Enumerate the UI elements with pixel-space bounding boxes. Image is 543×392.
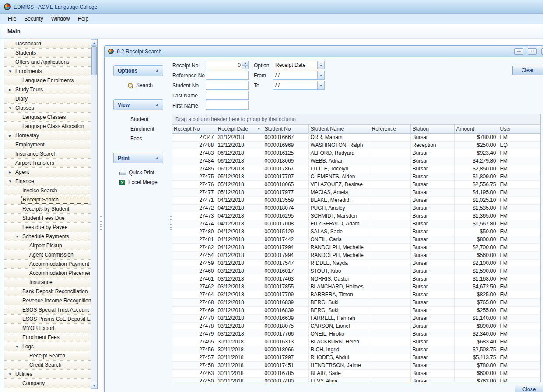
table-row[interactable]: 2748506/12/20180000017867LITTLE, Jocelyn…	[172, 165, 540, 173]
table-row[interactable]: 2746803/12/20180000016839BERG, SukiBursa…	[172, 298, 540, 306]
view-group-header[interactable]: View ▲	[113, 99, 163, 110]
sidebar-item-esos-special-trust-account[interactable]: ESOS Special Trust Account	[4, 305, 91, 315]
sidebar-item-classes[interactable]: ▼Classes	[4, 104, 91, 113]
spin-down-icon[interactable]: ▼	[242, 65, 248, 69]
menu-file[interactable]: File	[4, 14, 20, 24]
table-row[interactable]: 2746203/12/20180000017855BLANCHARD, Holm…	[172, 283, 540, 291]
table-row[interactable]: 2746330/11/20180000016785BLAIR, SadeBurs…	[172, 369, 540, 377]
scroll-down-icon[interactable]: ▼	[91, 382, 97, 389]
scroll-up-icon[interactable]: ▲	[91, 39, 97, 46]
table-row[interactable]: 2747104/12/20180000013559BLAKE, Meredith…	[172, 196, 540, 204]
sidebar-item-offers-and-applications[interactable]: Offers and Applications	[4, 58, 91, 67]
sidebar-item-language-enrolments[interactable]: Language Enrolments	[4, 76, 91, 85]
sidebar-item-language-class-allocation[interactable]: Language Class Allocation	[4, 122, 91, 131]
sidebar-item-schedule-payments[interactable]: ▼Schedule Payments	[4, 232, 91, 241]
menu-help[interactable]: Help	[74, 14, 92, 24]
chevron-down-icon[interactable]: ▼	[317, 61, 324, 69]
sidebar-item-students[interactable]: Students	[4, 49, 91, 58]
col-header-user[interactable]: User	[498, 125, 540, 133]
sidebar-item-receipt-search[interactable]: Receipt Search	[4, 351, 91, 361]
table-row[interactable]: 2747304/12/20180000016295SCHMIDT, Marsde…	[172, 212, 540, 220]
spinner-buttons[interactable]: ▲▼	[242, 61, 248, 69]
tab-main[interactable]: Main	[7, 28, 21, 35]
student-no-field[interactable]	[206, 81, 249, 90]
table-row[interactable]: 2746003/12/20180000016017STOUT, KiboBurs…	[172, 267, 540, 275]
table-row[interactable]: 2747404/12/20180000017008FITZGERALD, Ada…	[172, 220, 540, 228]
sidebar-item-agent-commission[interactable]: Agent Commission	[4, 250, 91, 260]
sidebar-item-company[interactable]: Company	[4, 379, 91, 388]
close-button[interactable]: Close	[515, 385, 543, 392]
excel-merge-button[interactable]: Excel Merge	[112, 178, 168, 187]
receipt-no-input[interactable]: ▲▼	[206, 61, 249, 69]
print-group-header[interactable]: Print ▲	[113, 153, 163, 163]
table-row[interactable]: 2747903/12/20180000017766ONEIL, HirokoBu…	[172, 330, 540, 338]
sidebar-splitter[interactable]	[98, 39, 104, 392]
view-enrolment-link[interactable]: Enrolment	[112, 125, 168, 133]
table-row[interactable]: 2748306/12/20180000016125ALFORD, Rudyard…	[172, 149, 540, 157]
sidebar-item-study-tours[interactable]: ▶Study Tours	[4, 85, 91, 94]
table-row[interactable]: 2746903/12/20180000016839BERG, SukiBursa…	[172, 306, 540, 314]
to-date-picker[interactable]: / / ▼	[273, 81, 325, 90]
col-header-amount[interactable]: Amount	[454, 125, 498, 133]
sidebar-item-invoice-search[interactable]: Invoice Search	[4, 186, 91, 195]
sidebar-item-receipt-search[interactable]: Receipt Search	[4, 195, 91, 205]
table-row[interactable]: 2745630/11/20180000018066RICH, IngridBur…	[172, 346, 540, 354]
table-row[interactable]: 2745903/12/20180000017547RIDDLE, NaydaBu…	[172, 259, 540, 267]
from-date-picker[interactable]: / / ▼	[273, 71, 325, 80]
table-row[interactable]: 2747505/12/20180000017707CLEMENTS, Alden…	[172, 173, 540, 180]
table-row[interactable]: 2747705/12/20180000017977MACIAS, AmelaBu…	[172, 188, 540, 196]
col-header-student-name[interactable]: Student Name	[308, 125, 370, 133]
view-student-link[interactable]: Student	[112, 115, 168, 124]
maximize-button[interactable]: □	[528, 48, 537, 55]
chevron-down-icon[interactable]: ▼	[14, 235, 20, 239]
sidebar-item-enrolment-fees[interactable]: Enrolment Fees	[4, 333, 91, 342]
option-combo[interactable]: Receipt Date ▼	[273, 61, 325, 69]
table-row[interactable]: 2747003/12/20180000016639FARRELL, Hannah…	[172, 314, 540, 322]
options-group-header[interactable]: Options ▲	[113, 65, 163, 76]
table-row[interactable]: 2745403/12/20180000017994RANDOLPH, Meche…	[172, 251, 540, 259]
sidebar-item-fees-due-by-payee[interactable]: Fees due by Payee	[4, 223, 91, 232]
sidebar-item-dashboard[interactable]: Dashboard	[4, 39, 91, 49]
last-name-field[interactable]	[206, 91, 249, 100]
spin-up-icon[interactable]: ▲	[242, 61, 248, 65]
sidebar-item-diary[interactable]: Diary	[4, 94, 91, 104]
sidebar-item-bank-deposit-reconciliation[interactable]: Bank Deposit Reconciliation	[4, 287, 91, 296]
sidebar-item-accommodation-placement[interactable]: Accommodation Placement	[4, 269, 91, 278]
filter-dropdown-icon[interactable]: ▼	[257, 127, 261, 131]
sidebar-item-credit-search[interactable]: Credit Search	[4, 361, 91, 370]
chevron-down-icon[interactable]: ▼	[14, 345, 20, 349]
sidebar-item-enrolments[interactable]: ▼Enrolments	[4, 67, 91, 76]
sidebar-item-homestay[interactable]: ▶Homestay	[4, 131, 91, 140]
sidebar-item-student-fees-due[interactable]: Student Fees Due	[4, 214, 91, 223]
sidebar-item-language-classes[interactable]: Language Classes	[4, 113, 91, 122]
table-row[interactable]: 2734731/12/20180000016667ORR, MariamBurs…	[172, 133, 540, 141]
chevron-down-icon[interactable]: ▼	[317, 81, 324, 89]
group-by-bar[interactable]: Drag a column header here to group by th…	[172, 114, 540, 125]
sidebar-scrollbar[interactable]: ▲ ▼	[91, 39, 97, 389]
sidebar-item-utilities[interactable]: ▼Utilities	[4, 370, 91, 379]
sidebar-item-esos-prisms-coe-deposit-expor[interactable]: ESOS Prisms CoE Deposit Expor	[4, 315, 91, 324]
sidebar-item-finance[interactable]: ▼Finance	[4, 177, 91, 186]
clear-button[interactable]: Clear	[512, 66, 543, 75]
chevron-right-icon[interactable]: ▶	[7, 88, 13, 92]
sidebar-item-accommodation-payment[interactable]: Accommodation Payment	[4, 260, 91, 269]
chevron-down-icon[interactable]: ▼	[7, 372, 13, 376]
col-header-receipt-date[interactable]: ▼Receipt Date	[216, 125, 263, 133]
table-row[interactable]: 2748812/12/20180000016969WASHINGTON, Ral…	[172, 141, 540, 149]
scrollbar-thumb[interactable]	[91, 46, 97, 75]
quick-print-button[interactable]: Quick Print	[112, 168, 168, 177]
col-header-receipt-no[interactable]: Receipt No	[172, 125, 216, 133]
sidebar-item-employment[interactable]: Employment	[4, 140, 91, 149]
table-row[interactable]: 2746103/12/20180000017463NORRIS, CastorB…	[172, 275, 540, 283]
chevron-down-icon[interactable]: ▼	[7, 69, 13, 73]
window-title-bar[interactable]: 9.2 Receipt Search — □	[105, 46, 543, 57]
table-row[interactable]: 2748204/12/20180000017994RANDOLPH, Meche…	[172, 243, 540, 251]
col-header-station[interactable]: Station	[410, 125, 454, 133]
col-header-student-no[interactable]: Student No	[263, 125, 308, 133]
reference-no-field[interactable]	[206, 71, 249, 80]
receipt-no-field[interactable]	[206, 61, 242, 69]
col-header-reference[interactable]: Reference	[370, 125, 410, 133]
table-row[interactable]: 2747204/12/20180000018074PUGH, AinsleyBu…	[172, 204, 540, 212]
view-fees-link[interactable]: Fees	[112, 134, 168, 143]
table-row[interactable]: 2746403/12/20180000017709BARRERA, TimonB…	[172, 291, 540, 298]
